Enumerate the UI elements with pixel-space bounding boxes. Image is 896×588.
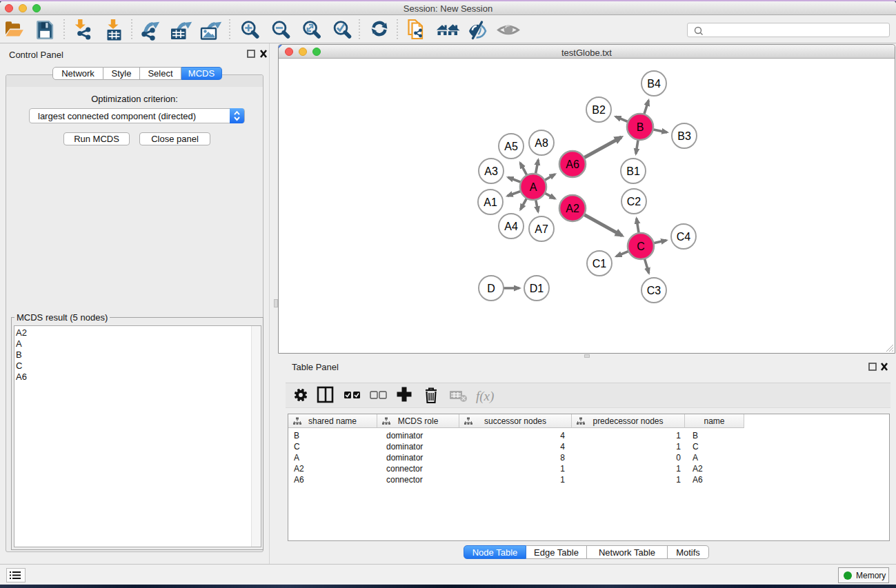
svg-text:C1: C1 <box>593 258 607 270</box>
svg-text:C2: C2 <box>627 196 641 207</box>
svg-text:D: D <box>487 283 495 294</box>
svg-text:A6: A6 <box>566 159 579 170</box>
svg-text:B4: B4 <box>647 78 661 90</box>
svg-text:A5: A5 <box>504 141 518 152</box>
svg-text:B: B <box>637 121 644 133</box>
svg-text:A: A <box>530 181 537 193</box>
svg-text:B1: B1 <box>626 165 640 177</box>
svg-text:C4: C4 <box>677 231 691 243</box>
svg-text:A8: A8 <box>535 137 548 149</box>
svg-text:A3: A3 <box>484 165 498 177</box>
svg-text:A4: A4 <box>504 221 518 232</box>
svg-text:B3: B3 <box>677 130 691 142</box>
svg-text:A2: A2 <box>566 203 579 214</box>
svg-text:A1: A1 <box>484 196 497 208</box>
svg-text:D1: D1 <box>530 283 544 294</box>
svg-text:f(x): f(x) <box>476 389 494 404</box>
svg-text:C3: C3 <box>647 285 661 296</box>
svg-text:B2: B2 <box>592 104 606 116</box>
svg-text:A7: A7 <box>535 223 548 235</box>
svg-text:C: C <box>637 241 645 252</box>
